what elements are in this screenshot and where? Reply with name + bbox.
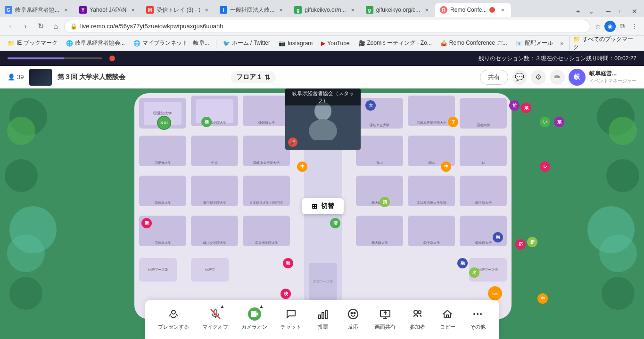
table-12[interactable]: レ (460, 136, 507, 166)
chat-bubble-icon[interactable]: 💬 (512, 70, 527, 85)
table-15[interactable]: 日本福祉大学 社団門学 (243, 176, 290, 206)
bookmark-youtube[interactable]: ▶ YouTube (317, 38, 353, 49)
table-15-label: 日本福祉大学 社団門学 (243, 201, 290, 205)
table-23-label: ⑩中京大学 (408, 241, 455, 245)
tab-close-ippan[interactable]: ✕ (277, 6, 285, 14)
header-actions: 共有 💬 ⚙ ✏ 岐 岐阜経営... イベントマネージャー (480, 69, 636, 86)
close-button[interactable]: ✕ (629, 6, 640, 17)
chat-icon (283, 307, 298, 322)
tab-close-google[interactable]: ✕ (62, 6, 70, 14)
toolbar-chat[interactable]: チャット (275, 304, 307, 333)
tab-google[interactable]: G 岐阜県経営者協... ✕ (0, 3, 74, 17)
tab-close-remo[interactable]: ✕ (499, 6, 506, 14)
toolbar-react-label: 反応 (348, 323, 358, 331)
bookmark-twitter-icon: 🐦 (223, 40, 230, 47)
address-input[interactable]: 🔒 live.remo.co/e/56ys77yt5zueiowkpwtpuax… (64, 20, 590, 33)
bookmarks-more-button[interactable]: » (558, 39, 567, 48)
extensions-icon[interactable]: ⧉ (617, 21, 628, 32)
bookmark-ie-icon: 📁 (8, 40, 15, 47)
floor-selector[interactable]: フロア１ ⇅ (231, 71, 276, 83)
home-button[interactable]: ⌂ (49, 20, 62, 33)
booth-4-label: 休憩ブース④ (478, 267, 498, 272)
table-2[interactable]: ②発知学院大学 (191, 96, 238, 126)
toolbar-mic[interactable]: ▲ マイクオフ (197, 304, 234, 333)
booth-1[interactable]: 休憩ブース② (139, 258, 177, 282)
toolbar-participants[interactable]: 参加者 (403, 304, 431, 333)
minimize-button[interactable]: ─ (603, 6, 614, 17)
bookmarks-folder-button[interactable]: 📁 すべてのブックマーク (569, 36, 640, 51)
user-avatar[interactable]: 岐 (569, 69, 586, 86)
back-button[interactable]: ‹ (4, 20, 17, 33)
tab-close-gmail[interactable]: ✕ (203, 6, 210, 14)
bookmark-instagram[interactable]: 📷 Instagram (275, 38, 316, 49)
toolbar-lobby[interactable]: ロビー (433, 304, 462, 333)
table-8[interactable]: 中央 (191, 136, 238, 166)
table-14-label: 非中部学院大学 (191, 201, 238, 205)
bookmark-ie[interactable]: 📁 IE ブックマーク (4, 38, 61, 49)
switch-button[interactable]: ⊞ 切替 (302, 198, 344, 214)
tab-remo[interactable]: R Remo Confe... ✕ (435, 3, 511, 17)
tab-close-gifu2[interactable]: ✕ (423, 6, 430, 14)
reload-button[interactable]: ↻ (34, 20, 47, 33)
table-9[interactable]: ③岐山女学院大学 (243, 136, 290, 166)
tab-close-gifu1[interactable]: ✕ (349, 6, 356, 14)
toolbar-more[interactable]: その他 (463, 304, 492, 333)
bookmark-gifu-keieisha[interactable]: 🌐 岐阜県経営者協会... (62, 38, 129, 49)
table-1-label: ①愛知大学 (153, 111, 172, 116)
table-14[interactable]: 非中部学院大学 (191, 176, 238, 206)
table-23[interactable]: ⑩中京大学 (408, 216, 455, 246)
bookmark-remo[interactable]: 🎪 Remo Conference ご... (437, 38, 511, 49)
person-5: 中 (297, 161, 307, 172)
toolbar-present[interactable]: プレゼンする (152, 304, 195, 333)
tab-gifu2[interactable]: g gifukeikyo.org/c... ✕ (361, 3, 435, 17)
toolbar-participants-label: 参加者 (410, 323, 425, 331)
maximize-button[interactable]: □ (616, 6, 627, 17)
tab-ippan[interactable]: I 一般社団法人岐... ✕ (215, 3, 289, 17)
svg-point-1 (309, 119, 337, 140)
remo-floor: 岐阜県経営者協会（スタッフ） 🎤 ⊞ 切替 (0, 89, 644, 339)
toolbar-vote[interactable]: 投票 (309, 304, 337, 333)
forward-button[interactable]: › (19, 20, 32, 33)
tree-decoration-2 (7, 117, 35, 145)
bookmark-mail[interactable]: 📧 配配メール (512, 38, 557, 49)
table-4[interactable]: ④岐阜立大学 (356, 98, 403, 129)
tab-title-gifu2: gifukeikyo.org/c... (376, 7, 420, 13)
pencil-icon[interactable]: ✏ (550, 70, 565, 85)
bookmark-star-icon[interactable]: ☆ (592, 21, 603, 32)
table-3[interactable]: ③朝日大学 (243, 96, 290, 126)
profile-icon[interactable]: ◉ (604, 21, 616, 32)
bookmark-twitter[interactable]: 🐦 ホーム / Twitter (219, 38, 274, 49)
settings-icon[interactable]: ⚙ (531, 70, 546, 85)
table-20[interactable]: 岐山女学院大学 (191, 216, 238, 246)
tab-close-yahoo[interactable]: ✕ (129, 6, 137, 14)
present-icon (166, 307, 181, 322)
tab-gifu1[interactable]: g gifukeikyo.or/n... ✕ (289, 3, 361, 17)
toolbar-react[interactable]: 反応 (339, 304, 367, 333)
table-17[interactable]: ②法友志摩大学学部 (408, 176, 455, 206)
tab-search-button[interactable]: ⌄ (586, 6, 597, 17)
vote-icon (315, 307, 330, 322)
table-21[interactable]: ②東海学院大学 (243, 216, 290, 246)
recording-dot (109, 56, 115, 61)
tab-gmail[interactable]: M 受信トレイ (3) - t ✕ (141, 3, 215, 17)
bookmark-zoom[interactable]: 🎥 Zoomミーティング - Zo... (355, 38, 436, 49)
floor-chevron-icon: ⇅ (264, 73, 270, 81)
tab-yahoo[interactable]: Y Yahoo! JAPAN ✕ (74, 3, 141, 17)
bookmark-myb-icon: 🌐 (133, 40, 140, 47)
booth-2[interactable]: 休憩フ (191, 258, 229, 282)
svg-point-10 (348, 309, 358, 319)
window-controls: ─ □ ✕ (603, 6, 644, 17)
table-10[interactable]: 丸山 (356, 136, 403, 166)
menu-icon[interactable]: ⋮ (629, 21, 640, 32)
table-22[interactable]: ⑧大阪大学 (356, 216, 403, 246)
tree-decoration-7 (606, 159, 639, 192)
toolbar-screenshare[interactable]: 画面共有 (369, 304, 401, 333)
table-7[interactable]: ①愛知大学 (139, 136, 186, 166)
share-button[interactable]: 共有 (480, 70, 508, 85)
bookmark-myblannet[interactable]: 🌐 マイブランネット 岐阜... (130, 38, 213, 49)
toolbar-camera[interactable]: ▲ カメラオン (236, 304, 273, 333)
new-tab-button[interactable]: + (572, 6, 584, 17)
table-18[interactable]: ⑩中新大学 (460, 176, 507, 206)
table-13[interactable]: ⑤岐阜大学 (139, 176, 186, 206)
table-6[interactable]: 国道大学 (460, 98, 507, 129)
